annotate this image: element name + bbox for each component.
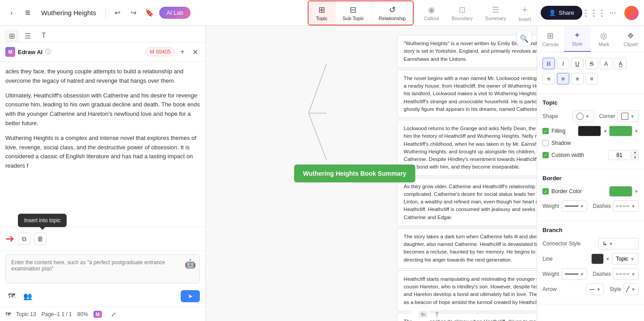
svg-line-0 xyxy=(309,64,326,113)
panel-tab-list[interactable]: ☰ xyxy=(21,30,35,42)
undo-button[interactable]: ↩ xyxy=(111,7,123,19)
canvas-area[interactable]: Wuthering Heights Book Summary "Wutherin… xyxy=(206,26,537,321)
border-weight-row: Weight ▼ Dashes ▼ xyxy=(542,200,639,212)
branch-dashes-select[interactable]: ▼ xyxy=(613,268,639,280)
connector-style-select[interactable]: ↳ ▼ xyxy=(598,238,639,249)
align-right-button[interactable]: ≡ xyxy=(571,73,584,84)
callout-icon: ◉ xyxy=(428,5,435,15)
topic-tool-button[interactable]: ⊞ Topic xyxy=(309,1,335,25)
branch-line-type-select[interactable]: Topic ▼ xyxy=(612,253,639,265)
canvas-tab-label: Canvas xyxy=(542,42,559,47)
mark-tab-icon: ◎ xyxy=(600,31,607,41)
boundary-label: Boundary xyxy=(452,16,473,21)
filling-color-dark[interactable] xyxy=(578,126,601,136)
canvas-search-button[interactable]: 🔍 xyxy=(517,31,531,46)
custom-width-row: ✓ Custom width ▲ ▼ xyxy=(542,150,639,160)
branch-line-color[interactable] xyxy=(591,253,604,264)
tab-style[interactable]: ✦ Style xyxy=(564,26,591,52)
relationship-tool-button[interactable]: ↺ Relationship xyxy=(372,1,413,25)
ai-textarea[interactable] xyxy=(6,255,199,282)
ai-bottom-icon-2[interactable]: 👥 xyxy=(21,290,34,302)
toolbar-center: ⊞ Topic ⊟ Sub Topic ↺ Relationship xyxy=(308,0,414,25)
tab-canvas[interactable]: ⊞ Canvas xyxy=(537,26,564,52)
align-center-button[interactable]: ≡ xyxy=(557,73,569,84)
send-button[interactable]: ➤ xyxy=(181,290,200,302)
branch-style-select[interactable]: ╱ ▼ xyxy=(623,283,639,295)
shape-control: ▼ Corner ▼ xyxy=(572,110,639,122)
border-color-checkbox[interactable]: ✓ xyxy=(542,188,549,194)
main-area: ⊞ ☰ T M Edraw AI ⓘ M 69405 + xyxy=(0,26,644,321)
menu-button[interactable]: ≡ xyxy=(21,7,34,19)
canvas-status-bar: fn ? xyxy=(411,307,429,321)
filling-chevron-2: ▼ xyxy=(634,129,639,134)
filling-chevron-1: ▼ xyxy=(603,129,607,134)
central-node[interactable]: Wuthering Heights Book Summary xyxy=(294,165,415,182)
ai-lab-button[interactable]: AI Lab xyxy=(159,7,191,19)
shape-label: Shape xyxy=(542,113,558,119)
align-justify-button[interactable]: ≡ xyxy=(585,73,598,84)
ai-logo: M xyxy=(5,47,15,57)
underline-button[interactable]: U xyxy=(571,58,584,69)
align-left-button[interactable]: ≡ xyxy=(542,73,555,84)
share-button[interactable]: 👤 Share xyxy=(541,6,582,20)
border-weight-select[interactable]: ▼ xyxy=(562,200,588,212)
send-icon: ➤ xyxy=(188,293,193,300)
top-toolbar: ‹ ≡ Wuthering Heights ↩ ↪ 🔖 AI Lab ⊞ Top… xyxy=(0,0,644,26)
panel-tab-grid[interactable]: ⊞ xyxy=(4,30,19,42)
shape-row: Shape ▼ Corner ▼ xyxy=(542,110,639,122)
ai-bottom-icon-1[interactable]: 🗺 xyxy=(5,290,18,302)
back-button[interactable]: ‹ xyxy=(5,7,18,19)
redo-button[interactable]: ↪ xyxy=(127,7,140,19)
token-icon: M xyxy=(150,49,154,55)
share-icon: 👤 xyxy=(549,9,556,16)
filling-row: ✓ Filling ▼ ▼ xyxy=(542,126,639,136)
border-section: Border ✓ Border Color ▼ Weight ▼ D xyxy=(537,169,644,221)
border-dashes-select[interactable]: ▼ xyxy=(613,200,639,212)
copy-action-button[interactable]: ⧉ xyxy=(18,232,30,245)
filling-color-green[interactable] xyxy=(609,126,632,136)
corner-select[interactable]: ▼ xyxy=(617,110,639,122)
shape-select[interactable]: ▼ xyxy=(572,110,594,122)
branch-arrow-select[interactable]: — ▼ xyxy=(586,283,604,295)
branch-weight-select[interactable]: ▼ xyxy=(562,268,588,280)
branch-line-type-label: Topic xyxy=(616,256,628,262)
ai-label: Edraw AI xyxy=(18,49,42,55)
shadow-checkbox[interactable] xyxy=(542,140,549,146)
corner-label: Corner xyxy=(599,113,615,119)
insert-tool-button[interactable]: + Insert xyxy=(513,1,538,25)
branch-section-title: Branch xyxy=(542,227,639,233)
subtopic-tool-button[interactable]: ⊟ Sub Topic xyxy=(335,1,372,25)
italic-button[interactable]: I xyxy=(557,58,569,69)
font-color-button[interactable]: A xyxy=(600,58,612,69)
bookmark-button[interactable]: 🔖 xyxy=(143,7,156,19)
callout-label: Callout xyxy=(424,16,439,21)
format-row: B I U S A A̲ xyxy=(542,58,639,69)
ai-panel: M Edraw AI ⓘ M 69405 + ✕ acles they face… xyxy=(0,42,205,307)
callout-tool-button[interactable]: ◉ Callout xyxy=(417,1,445,25)
topic-tool-label: Topic xyxy=(316,16,327,21)
border-color-swatch[interactable] xyxy=(609,186,632,197)
custom-width-checkbox[interactable]: ✓ xyxy=(542,152,549,158)
grid-button[interactable]: ⋮⋮⋮ xyxy=(587,6,601,20)
branch-dash-icon xyxy=(616,274,629,275)
insert-actions: ➔ ⧉ 🗑 xyxy=(5,231,200,249)
highlight-button[interactable]: A̲ xyxy=(614,58,627,69)
add-button[interactable]: + xyxy=(178,47,187,57)
tab-mark[interactable]: ◎ Mark xyxy=(591,26,618,52)
close-button[interactable]: ✕ xyxy=(190,47,200,57)
bold-button[interactable]: B xyxy=(542,58,555,69)
custom-width-input[interactable] xyxy=(608,150,631,160)
info-icon[interactable]: ⓘ xyxy=(45,48,51,56)
strikethrough-button[interactable]: S xyxy=(585,58,598,69)
summary-tool-button[interactable]: ☰ Summary xyxy=(479,1,513,25)
width-increment-button[interactable]: ▲ xyxy=(631,150,639,155)
panel-tab-text[interactable]: T xyxy=(37,30,51,42)
filling-checkbox[interactable]: ✓ xyxy=(542,128,549,134)
boundary-tool-button[interactable]: ⊡ Boundary xyxy=(445,1,479,25)
width-decrement-button[interactable]: ▼ xyxy=(631,155,639,160)
tab-clipart[interactable]: ❖ Clipart xyxy=(617,26,644,52)
mark-tab-label: Mark xyxy=(598,42,609,47)
more-button[interactable]: ··· xyxy=(606,6,620,20)
fullscreen-button[interactable]: ⤢ xyxy=(107,308,120,321)
delete-action-button[interactable]: 🗑 xyxy=(34,232,47,245)
